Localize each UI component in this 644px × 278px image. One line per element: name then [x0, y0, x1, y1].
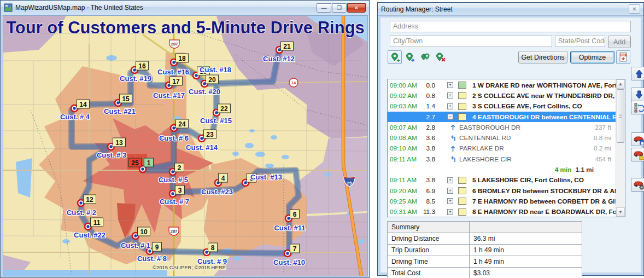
segment-length: 0.2 mi — [594, 144, 611, 152]
optimize-button[interactable]: Optimize — [570, 51, 614, 63]
maneuver-icon — [449, 145, 457, 152]
routing-title: Routing Manager: Street — [381, 5, 453, 13]
list-scrollbar[interactable]: ▲ ▼ — [616, 79, 625, 217]
svg-text:287: 287 — [171, 229, 178, 234]
arrival-time: 09:11 AM — [390, 155, 420, 163]
stop-row[interactable]: 09:03 AM1.4+3 S COLLEGE AVE, Fort Collin… — [388, 101, 616, 112]
expand-box[interactable]: + — [447, 198, 453, 204]
stop-label: 8 E HARMONY RD near E BOARDWALK DR, Fort… — [472, 208, 616, 216]
open-route-button[interactable] — [631, 148, 644, 161]
city-input[interactable]: City/Town — [390, 36, 552, 47]
svg-text:Cust. # 3: Cust. # 3 — [97, 151, 126, 159]
export-pdf-icon[interactable]: PDF — [616, 50, 630, 64]
get-directions-button[interactable]: Get Directions — [518, 51, 567, 63]
add-stop-pin-icon[interactable]: + — [388, 50, 402, 64]
routing-titlebar[interactable]: Routing Manager: Street ✕ — [378, 3, 643, 16]
state-postcode-input[interactable]: State/Post Code — [555, 36, 605, 47]
summary-row: Driving Distance36.3 mi — [388, 233, 582, 245]
svg-text:7: 7 — [293, 245, 297, 253]
turn-row[interactable]: 09:07 AM2.8EASTBOROUGH DR237 ft — [388, 122, 616, 132]
collapse-box[interactable]: − — [447, 114, 453, 120]
summary-label: Trip Duration — [388, 245, 470, 256]
arrival-time: 09:20 AM — [390, 187, 420, 195]
svg-text:6: 6 — [293, 211, 297, 218]
stop-row[interactable]: 09:25 AM8.5+7 E HARMONY RD between CORBE… — [388, 196, 616, 206]
summary-row: Total Cost$3.03 — [388, 268, 582, 278]
svg-text:Cust. #21: Cust. #21 — [104, 107, 136, 115]
summary-value: 1 h 49 min — [470, 256, 582, 268]
stop-label: 2 S COLLEGE AVE near W THUNDERBIRD DR, F… — [472, 92, 616, 100]
maneuver-icon — [449, 124, 457, 131]
cumulative-distance: 3.8 — [420, 155, 435, 163]
scroll-thumb[interactable] — [617, 89, 624, 143]
cumulative-distance: 0.8 — [420, 92, 435, 100]
route-settings-button[interactable] — [631, 178, 644, 192]
leg-duration: 4 min — [555, 166, 572, 173]
turn-row[interactable]: 09:10 AM3.8PARKLAKE DR0.2 mi — [388, 143, 616, 154]
svg-text:12: 12 — [86, 196, 93, 204]
segment-length: 0.8 mi — [594, 134, 611, 142]
leg-subtotal-row[interactable]: 4 min1.1 mi — [388, 164, 616, 175]
summary-row: Driving Time1 h 49 min — [388, 256, 582, 268]
street-name: CENTENNIAL RD — [459, 134, 511, 142]
highway-shield: 14 — [289, 78, 298, 87]
swap-stops-pin-icon[interactable] — [418, 50, 432, 64]
stop-row[interactable]: 2.7−4 EASTBOROUGH DR between CENTENNIAL … — [388, 112, 616, 122]
expand-box[interactable]: + — [447, 209, 453, 215]
maneuver-icon — [449, 135, 457, 142]
cumulative-distance: 2.8 — [420, 124, 435, 131]
scroll-up-icon[interactable]: ▲ — [616, 79, 625, 89]
move-stop-down-button[interactable] — [631, 88, 644, 101]
move-stop-up-button[interactable] — [631, 67, 644, 80]
svg-text:14: 14 — [79, 101, 87, 108]
svg-text:21: 21 — [283, 43, 291, 50]
scroll-down-icon[interactable]: ▼ — [616, 207, 625, 217]
svg-text:Cust. #23: Cust. #23 — [201, 188, 233, 196]
save-route-button[interactable] — [631, 132, 644, 146]
expand-box[interactable]: + — [447, 92, 453, 99]
expand-box[interactable]: + — [447, 177, 453, 183]
route-stop-pin-icon[interactable] — [403, 50, 417, 64]
svg-text:10: 10 — [140, 228, 148, 236]
map-canvas[interactable]: 2Cust. # 53Cust. # 74Cust. #235Cust. #13… — [3, 15, 368, 276]
svg-text:23: 23 — [206, 131, 214, 138]
summary-value — [470, 222, 582, 233]
svg-text:Cust. #12: Cust. #12 — [263, 55, 295, 63]
address-input[interactable]: Address — [390, 21, 631, 32]
arrival-time: 09:03 AM — [390, 102, 420, 110]
svg-text:25: 25 — [131, 159, 139, 167]
stop-row[interactable]: 09:00 AM0.0+1 W DRAKE RD near WORTHINGTO… — [388, 80, 616, 90]
expand-box[interactable]: + — [447, 103, 453, 109]
svg-text:Cust. #11: Cust. #11 — [274, 224, 305, 232]
maneuver-icon — [449, 155, 457, 163]
turn-row[interactable]: 09:08 AM3.6CENTENNIAL RD0.8 mi — [388, 132, 616, 143]
minimize-button[interactable]: — — [317, 3, 331, 13]
stop-row[interactable]: 09:11 AM3.8+5 LAKESHORE CIR, Fort Collin… — [388, 175, 616, 186]
arrival-time: 09:31 AM — [390, 208, 420, 216]
svg-text:14: 14 — [291, 80, 296, 85]
turn-row[interactable]: 09:11 AM3.8LAKESHORE CIR454 ft — [388, 154, 616, 164]
stop-row[interactable]: 09:31 AM11.3+8 E HARMONY RD near E BOARD… — [388, 207, 616, 217]
directions-list[interactable]: 09:00 AM0.0+1 W DRAKE RD near WORTHINGTO… — [387, 79, 625, 217]
cumulative-distance: 3.8 — [420, 176, 435, 184]
add-button[interactable]: Add — [608, 36, 631, 48]
delete-stops-pin-icon[interactable] — [434, 50, 448, 64]
segment-length: 454 ft — [595, 155, 611, 163]
reorder-stops-button[interactable] — [631, 101, 644, 114]
street-name: PARKLAKE DR — [459, 144, 504, 152]
routing-manager-window: Routing Manager: Street ✕ Address City/T… — [377, 2, 644, 276]
svg-text:Cust. #14: Cust. #14 — [186, 143, 218, 152]
svg-text:3: 3 — [178, 187, 182, 194]
expand-box[interactable]: + — [447, 82, 453, 88]
panel-close-icon[interactable]: ✕ — [629, 4, 640, 14]
maximize-button[interactable]: ❐ — [332, 3, 347, 13]
stop-row[interactable]: 09:20 AM6.9+6 BROMLEY DR between STOCKBU… — [388, 186, 616, 196]
stop-row[interactable]: 09:02 AM0.8+2 S COLLEGE AVE near W THUND… — [388, 90, 616, 101]
expand-box[interactable]: + — [447, 188, 453, 194]
close-button[interactable]: ✕ — [347, 3, 366, 13]
map-window-titlebar[interactable]: MapWizardUSMap.map - The United States —… — [1, 1, 369, 15]
street-name: LAKESHORE CIR — [459, 155, 512, 163]
svg-text:Cust. #15: Cust. #15 — [200, 117, 232, 125]
svg-text:Cust. #19: Cust. #19 — [120, 74, 151, 83]
svg-text:+: + — [397, 58, 400, 63]
